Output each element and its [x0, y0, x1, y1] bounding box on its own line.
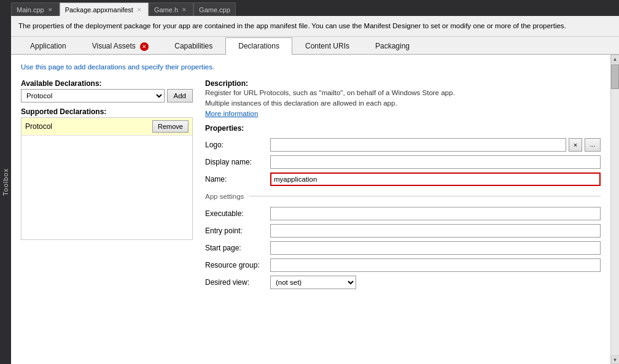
nav-tab-capabilities-label: Capabilities	[174, 42, 212, 50]
logo-clear-button[interactable]: ×	[569, 138, 582, 152]
resource-group-row: Resource group:	[205, 258, 601, 273]
nav-tab-visual-assets[interactable]: Visual Assets ✕	[79, 37, 162, 55]
nav-tab-content-uris-label: Content URIs	[305, 42, 349, 50]
scroll-thumb[interactable]	[611, 64, 619, 89]
display-name-input[interactable]	[270, 155, 601, 169]
logo-input-row: × ...	[270, 138, 601, 152]
left-panel: Available Declarations: Protocol Add Sup…	[21, 79, 193, 355]
desired-view-select[interactable]: (not set) Default UseLess UseHalf UseMor…	[270, 276, 356, 289]
tab-main-cpp-close[interactable]: ✕	[47, 6, 54, 14]
visual-assets-error-icon: ✕	[140, 42, 149, 51]
name-label: Name:	[205, 175, 267, 184]
description-section: Description: Register for URL Protocols,…	[205, 79, 601, 118]
right-panel: Description: Register for URL Protocols,…	[205, 79, 601, 355]
tab-package-manifest[interactable]: Package.appxmanifest ✕	[60, 2, 149, 16]
start-page-label: Start page:	[205, 244, 267, 252]
remove-button[interactable]: Remove	[152, 120, 189, 133]
content-area: The properties of the deployment package…	[11, 16, 619, 364]
page-content: Use this page to add declarations and sp…	[11, 55, 610, 364]
executable-label: Executable:	[205, 209, 267, 218]
nav-tab-application-label: Application	[30, 42, 66, 50]
more-info-link[interactable]: More information	[205, 110, 258, 117]
tab-main-cpp[interactable]: Main.cpp ✕	[11, 2, 60, 16]
nav-tabs: Application Visual Assets ✕ Capabilities…	[11, 37, 619, 55]
supported-declarations-label: Supported Declarations:	[21, 107, 193, 116]
declaration-item-protocol-label: Protocol	[25, 122, 52, 131]
add-button[interactable]: Add	[167, 89, 193, 103]
info-bar: The properties of the deployment package…	[11, 16, 619, 37]
logo-label: Logo:	[205, 141, 267, 149]
properties-title: Properties:	[205, 124, 601, 133]
info-text: The properties of the deployment package…	[18, 22, 566, 29]
description-title: Description:	[205, 79, 601, 88]
nav-tab-content-uris[interactable]: Content URIs	[292, 37, 362, 55]
description-line-1: Register for URL Protocols, such as "mai…	[205, 88, 601, 98]
logo-browse-button[interactable]: ...	[585, 138, 601, 152]
scroll-track[interactable]	[611, 63, 619, 355]
nav-tab-visual-assets-label: Visual Assets	[92, 42, 136, 50]
resource-group-input[interactable]	[270, 258, 601, 272]
description-line-2: Multiple instances of this declaration a…	[205, 98, 601, 109]
executable-row: Executable:	[205, 206, 601, 221]
name-row: Name:	[205, 172, 601, 187]
scroll-up-arrow[interactable]: ▲	[611, 55, 620, 63]
start-page-row: Start page:	[205, 241, 601, 255]
app-settings-divider: App settings	[205, 193, 601, 200]
nav-tab-application[interactable]: Application	[17, 37, 79, 55]
start-page-input[interactable]	[270, 241, 601, 255]
tab-game-cpp[interactable]: Game.cpp	[193, 2, 236, 16]
tab-game-h-close[interactable]: ✕	[181, 6, 188, 14]
executable-input[interactable]	[270, 207, 601, 220]
tab-game-cpp-label: Game.cpp	[199, 6, 230, 14]
toolbox-sidebar: Toolbox	[0, 0, 11, 364]
declaration-item-protocol[interactable]: Protocol Remove	[21, 118, 192, 136]
name-input[interactable]	[270, 172, 601, 186]
toolbox-label: Toolbox	[2, 168, 9, 196]
resource-group-label: Resource group:	[205, 261, 267, 269]
entry-point-label: Entry point:	[205, 227, 267, 235]
available-declarations-select[interactable]: Protocol	[21, 89, 165, 103]
tab-game-h-label: Game.h	[154, 6, 178, 14]
nav-tab-declarations[interactable]: Declarations	[225, 37, 292, 55]
tab-package-manifest-close[interactable]: ✕	[136, 6, 143, 14]
scrollbar-right: ▲ ▼	[610, 55, 619, 364]
app-settings-label: App settings	[205, 193, 244, 200]
dropdown-row: Protocol Add	[21, 89, 193, 103]
tab-bar: Main.cpp ✕ Package.appxmanifest ✕ Game.h…	[11, 0, 619, 16]
entry-point-row: Entry point:	[205, 223, 601, 238]
desired-view-label: Desired view:	[205, 278, 267, 287]
nav-tab-capabilities[interactable]: Capabilities	[162, 37, 225, 55]
hint-text: Use this page to add declarations and sp…	[21, 63, 601, 71]
tab-main-cpp-label: Main.cpp	[17, 6, 44, 14]
nav-tab-packaging-label: Packaging	[375, 42, 410, 50]
scroll-down-arrow[interactable]: ▼	[611, 355, 620, 364]
tab-package-manifest-label: Package.appxmanifest	[65, 6, 133, 14]
desired-view-row: Desired view: (not set) Default UseLess …	[205, 275, 601, 290]
display-name-row: Display name:	[205, 155, 601, 169]
nav-tab-declarations-label: Declarations	[238, 42, 279, 50]
tab-game-h[interactable]: Game.h ✕	[149, 2, 193, 16]
supported-declarations-list: Protocol Remove	[21, 117, 193, 240]
nav-tab-packaging[interactable]: Packaging	[362, 37, 422, 55]
display-name-label: Display name:	[205, 158, 267, 166]
entry-point-input[interactable]	[270, 224, 601, 238]
divider-line	[249, 196, 601, 196]
two-col-layout: Available Declarations: Protocol Add Sup…	[21, 79, 601, 355]
logo-input[interactable]	[270, 138, 566, 152]
main-area: Main.cpp ✕ Package.appxmanifest ✕ Game.h…	[11, 0, 619, 364]
logo-row: Logo: × ...	[205, 137, 601, 152]
properties-section: Properties: Logo: × ...	[205, 124, 601, 290]
available-declarations-label: Available Declarations:	[21, 79, 193, 88]
